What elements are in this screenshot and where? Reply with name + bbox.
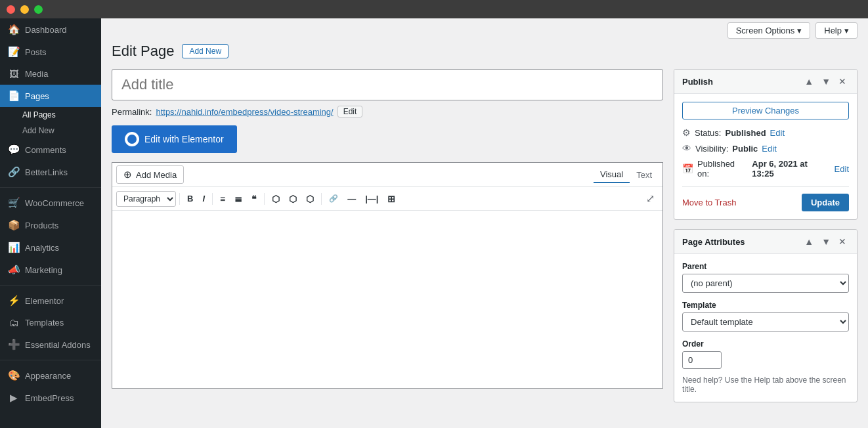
preview-changes-button[interactable]: Preview Changes — [682, 102, 849, 119]
ordered-list-button[interactable]: ≣ — [230, 191, 246, 207]
visibility-label: Visibility: — [695, 144, 728, 154]
publish-metabox-header: Publish ▲ ▼ ✕ — [674, 70, 857, 94]
table-button[interactable]: ⊞ — [383, 191, 399, 207]
sidebar-item-media[interactable]: 🖼 Media — [0, 63, 101, 85]
toolbar-separator-2 — [212, 193, 213, 205]
dashboard-icon: 🏠 — [8, 24, 20, 35]
format-select[interactable]: Paragraph Heading 1 Heading 2 — [116, 191, 176, 207]
sidebar-divider-2 — [0, 285, 101, 286]
sidebar-item-essential-addons[interactable]: ➕ Essential Addons — [0, 333, 101, 356]
align-center-button[interactable]: ⬡ — [285, 191, 301, 207]
sidebar-item-embedpress[interactable]: ▶ EmbedPress — [0, 387, 101, 409]
permalink-label: Permalink: — [112, 107, 152, 117]
screen-options-label: Screen Options — [736, 26, 795, 35]
sidebar: 🏠 Dashboard 📝 Posts 🖼 Media 📄 Pages All … — [0, 0, 101, 428]
published-edit-link[interactable]: Edit — [835, 164, 849, 174]
page-header: Edit Page Add New — [112, 43, 857, 60]
editor-toolbar: ⊕ Add Media Visual Text Para — [112, 162, 663, 389]
update-button[interactable]: Update — [802, 194, 849, 211]
comments-icon: 💬 — [8, 144, 20, 156]
parent-select[interactable]: (no parent) — [682, 274, 849, 293]
sidebar-divider-3 — [0, 360, 101, 360]
align-left-button[interactable]: ⬡ — [268, 191, 284, 207]
publish-status-row: ⚙ Status: Published Edit — [682, 127, 849, 138]
close-dot[interactable] — [7, 5, 15, 14]
sidebar-item-dashboard[interactable]: 🏠 Dashboard — [0, 18, 101, 41]
sidebar-item-woocommerce[interactable]: 🛒 WooCommerce — [0, 192, 101, 214]
add-media-button[interactable]: ⊕ Add Media — [116, 165, 184, 184]
screen-options-button[interactable]: Screen Options ▾ — [727, 22, 811, 39]
visibility-value: Public — [732, 144, 758, 154]
marketing-icon: 📣 — [8, 264, 20, 276]
publish-close-button[interactable]: ✕ — [836, 75, 849, 88]
media-icon: 🖼 — [8, 68, 20, 79]
screen-options-chevron-icon: ▾ — [797, 26, 802, 35]
tab-text[interactable]: Text — [630, 167, 659, 183]
templates-icon: 🗂 — [8, 317, 20, 328]
sidebar-item-appearance[interactable]: 🎨 Appearance — [0, 364, 101, 387]
toolbar-separator-3 — [264, 193, 265, 205]
toolbar-separator-4 — [321, 193, 322, 205]
italic-button[interactable]: I — [198, 191, 209, 206]
sidebar-item-label: Analytics — [25, 243, 59, 253]
help-text: Need help? Use the Help tab above the sc… — [682, 375, 849, 394]
help-chevron-icon: ▾ — [844, 26, 849, 35]
sidebar-item-analytics[interactable]: 📊 Analytics — [0, 236, 101, 259]
fullscreen-button[interactable]: ⤢ — [642, 190, 659, 207]
page-attributes-up-button[interactable]: ▲ — [802, 235, 816, 248]
sidebar-item-posts[interactable]: 📝 Posts — [0, 41, 101, 63]
status-icon: ⚙ — [682, 127, 691, 138]
toolbar-row-1: ⊕ Add Media Visual Text — [112, 163, 662, 187]
sidebar-item-comments[interactable]: 💬 Comments — [0, 139, 101, 161]
sidebar-item-label: Appearance — [25, 371, 71, 381]
sidebar-item-pages[interactable]: 📄 Pages — [0, 85, 101, 107]
maximize-dot[interactable] — [34, 5, 43, 14]
sidebar-item-templates[interactable]: 🗂 Templates — [0, 312, 101, 333]
link-button[interactable]: 🔗 — [325, 192, 342, 205]
embedpress-icon: ▶ — [8, 392, 20, 404]
blockquote-button[interactable]: ❝ — [248, 191, 261, 207]
sidebar-item-label: Essential Addons — [25, 340, 91, 350]
template-select[interactable]: Default template Elementor Full Width El… — [682, 312, 849, 332]
elementor-icon: ⚡ — [8, 295, 20, 307]
move-to-trash-link[interactable]: Move to Trash — [682, 198, 736, 207]
editor-column: Permalink: https://nahid.info/embedpress… — [112, 69, 663, 389]
titlebar — [0, 0, 868, 18]
minimize-dot[interactable] — [20, 5, 29, 14]
permalink-url[interactable]: https://nahid.info/embedpress/video-stre… — [156, 107, 333, 117]
page-attributes-controls: ▲ ▼ ✕ — [802, 235, 849, 248]
sidebar-sub-all-pages[interactable]: All Pages — [0, 107, 101, 123]
permalink-row: Permalink: https://nahid.info/embedpress… — [112, 106, 663, 118]
sidebar-item-products[interactable]: 📦 Products — [0, 214, 101, 236]
page-attributes-close-button[interactable]: ✕ — [836, 235, 849, 248]
sidebar-item-label: Marketing — [25, 265, 62, 275]
visibility-icon: 👁 — [682, 143, 691, 154]
elementor-logo-inner — [127, 135, 137, 144]
permalink-edit-button[interactable]: Edit — [337, 106, 363, 118]
help-label: Help — [824, 26, 842, 35]
page-attributes-title: Page Attributes — [682, 237, 745, 247]
sidebar-item-marketing[interactable]: 📣 Marketing — [0, 259, 101, 281]
page-attributes-down-button[interactable]: ▼ — [819, 235, 833, 248]
editor-body[interactable] — [112, 211, 662, 388]
help-button[interactable]: Help ▾ — [815, 22, 857, 39]
align-right-button[interactable]: ⬡ — [302, 191, 318, 207]
tab-visual[interactable]: Visual — [594, 167, 630, 183]
sidebar-sub-add-new[interactable]: Add New — [0, 123, 101, 139]
edit-with-elementor-button[interactable]: Edit with Elementor — [112, 125, 237, 153]
bold-button[interactable]: B — [183, 191, 197, 206]
sidebar-item-betterlinks[interactable]: 🔗 BetterLinks — [0, 161, 101, 183]
status-label: Status: — [695, 128, 721, 138]
publish-collapse-up-button[interactable]: ▲ — [802, 75, 816, 88]
visibility-edit-link[interactable]: Edit — [762, 144, 776, 154]
sidebar-item-label: Pages — [25, 91, 49, 101]
order-input[interactable] — [682, 351, 722, 369]
unordered-list-button[interactable]: ≡ — [216, 191, 229, 207]
sidebar-item-elementor[interactable]: ⚡ Elementor — [0, 289, 101, 312]
title-input[interactable] — [112, 69, 663, 100]
status-edit-link[interactable]: Edit — [770, 128, 785, 138]
publish-collapse-down-button[interactable]: ▼ — [819, 75, 833, 88]
more-button[interactable]: — — [343, 191, 360, 206]
hr-button[interactable]: |—| — [361, 191, 382, 206]
add-new-button[interactable]: Add New — [182, 44, 228, 58]
